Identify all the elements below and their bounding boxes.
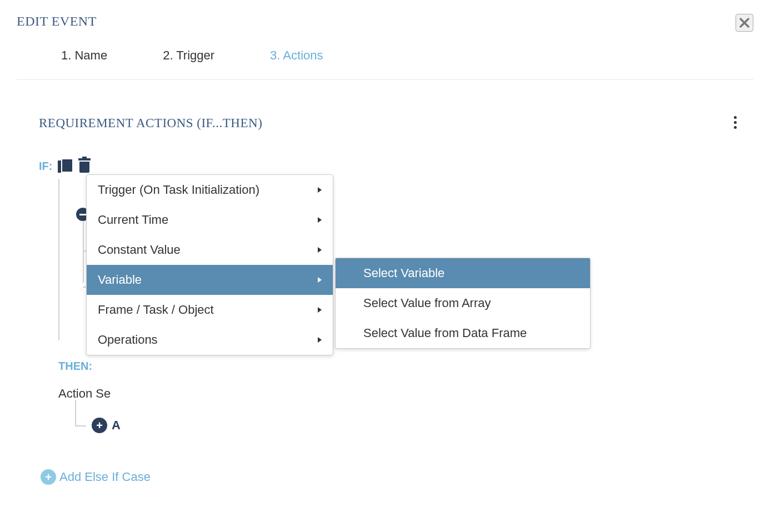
tab-name[interactable]: 1. Name [61,48,107,63]
add-else-if-button[interactable]: + [41,469,56,485]
menu-item-label: Variable [98,273,142,287]
submenu-item-select-value-dataframe[interactable]: Select Value from Data Frame [336,318,590,348]
menu-item-variable[interactable]: Variable [87,265,333,295]
menu-item-label: Current Time [98,213,168,227]
page-title: EDIT EVENT [17,14,97,29]
add-action-row[interactable]: + A [92,418,753,433]
tabs: 1. Name 2. Trigger 3. Actions [17,32,753,80]
menu-item-current-time[interactable]: Current Time [87,205,333,235]
chevron-right-icon [318,217,322,223]
plus-icon: + [96,419,103,432]
menu-item-label: Constant Value [98,243,181,257]
more-icon-dot [734,116,737,119]
add-else-if-row[interactable]: + Add Else If Case [41,469,753,485]
close-icon [739,18,749,28]
chevron-right-icon [318,277,322,283]
header: EDIT EVENT [0,0,770,32]
menu-item-operations[interactable]: Operations [87,325,333,355]
add-else-if-label: Add Else If Case [59,470,151,484]
add-action-label: A [112,418,121,433]
svg-rect-0 [79,214,86,215]
more-options-button[interactable] [731,113,739,132]
submenu-item-select-variable[interactable]: Select Variable [336,258,590,288]
chevron-right-icon [318,307,322,313]
close-button[interactable] [736,14,753,32]
menu-item-label: Operations [98,333,158,347]
menu-item-label: Trigger (On Task Initialization) [98,183,259,197]
context-menu: Trigger (On Task Initialization) Current… [86,174,333,355]
menu-item-constant-value[interactable]: Constant Value [87,235,333,265]
if-row: IF: [39,158,753,174]
menu-item-frame-task-object[interactable]: Frame / Task / Object [87,295,333,325]
add-action-button[interactable]: + [92,418,107,433]
then-label: THEN: [58,360,753,373]
submenu-item-select-value-array[interactable]: Select Value from Array [336,288,590,318]
trash-icon[interactable] [78,158,91,174]
chevron-right-icon [318,337,322,343]
action-sequence-label: Action Se [58,387,753,401]
menu-item-trigger[interactable]: Trigger (On Task Initialization) [87,175,333,205]
tab-trigger[interactable]: 2. Trigger [163,48,214,63]
more-icon-dot [734,121,737,124]
chevron-right-icon [318,247,322,253]
if-label: IF: [39,160,52,173]
copy-icon[interactable] [58,158,72,174]
more-icon-dot [734,126,737,129]
section-title: REQUIREMENT ACTIONS (IF...THEN) [39,116,753,131]
content: REQUIREMENT ACTIONS (IF...THEN) IF: AND [0,80,770,485]
plus-icon: + [45,471,52,484]
tab-actions[interactable]: 3. Actions [270,48,323,63]
menu-item-label: Frame / Task / Object [98,303,214,317]
submenu: Select Variable Select Value from Array … [335,258,591,349]
chevron-right-icon [318,187,322,193]
